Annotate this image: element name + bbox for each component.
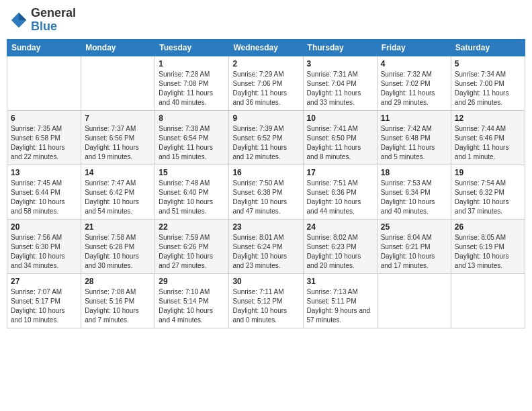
calendar-week-row: 27Sunrise: 7:07 AMSunset: 5:17 PMDayligh… (7, 273, 525, 328)
calendar-cell: 25Sunrise: 8:04 AMSunset: 6:21 PMDayligh… (377, 219, 451, 273)
day-number: 2 (232, 59, 299, 68)
calendar-week-row: 6Sunrise: 7:35 AMSunset: 6:58 PMDaylight… (7, 110, 525, 165)
calendar-cell: 6Sunrise: 7:35 AMSunset: 6:58 PMDaylight… (7, 110, 81, 165)
day-info: Sunrise: 7:10 AMSunset: 5:14 PMDaylight:… (159, 287, 225, 325)
calendar-cell: 17Sunrise: 7:51 AMSunset: 6:36 PMDayligh… (303, 165, 377, 219)
day-info: Sunrise: 7:07 AMSunset: 5:17 PMDaylight:… (11, 287, 77, 325)
day-number: 20 (11, 222, 77, 232)
day-number: 9 (232, 113, 299, 123)
day-number: 24 (307, 222, 373, 232)
day-number: 15 (159, 168, 225, 177)
logo-blue-text: Blue (31, 19, 57, 33)
calendar-cell: 16Sunrise: 7:50 AMSunset: 6:38 PMDayligh… (229, 165, 303, 219)
day-info: Sunrise: 7:39 AMSunset: 6:52 PMDaylight:… (232, 124, 299, 162)
calendar-week-row: 13Sunrise: 7:45 AMSunset: 6:44 PMDayligh… (7, 165, 525, 219)
calendar-cell: 9Sunrise: 7:39 AMSunset: 6:52 PMDaylight… (229, 110, 303, 165)
day-info: Sunrise: 7:34 AMSunset: 7:00 PMDaylight:… (455, 70, 521, 107)
day-number: 29 (159, 277, 225, 286)
day-number: 13 (11, 168, 77, 177)
day-info: Sunrise: 7:44 AMSunset: 6:46 PMDaylight:… (455, 124, 521, 162)
day-number: 3 (307, 59, 373, 68)
day-number: 23 (232, 222, 299, 232)
day-number: 31 (307, 277, 373, 286)
calendar-header-row: SundayMondayTuesdayWednesdayThursdayFrid… (7, 39, 525, 56)
calendar-cell: 24Sunrise: 8:02 AMSunset: 6:23 PMDayligh… (303, 219, 377, 273)
day-number: 14 (85, 168, 151, 177)
svg-marker-1 (19, 13, 26, 20)
day-number: 8 (159, 113, 225, 123)
calendar-cell: 23Sunrise: 8:01 AMSunset: 6:24 PMDayligh… (229, 219, 303, 273)
day-info: Sunrise: 7:53 AMSunset: 6:34 PMDaylight:… (381, 179, 447, 216)
calendar-cell (81, 56, 155, 110)
calendar-cell: 31Sunrise: 7:13 AMSunset: 5:11 PMDayligh… (303, 273, 377, 328)
calendar-header-tuesday: Tuesday (155, 39, 229, 56)
calendar-header-wednesday: Wednesday (229, 39, 303, 56)
day-number: 19 (455, 168, 521, 177)
day-number: 12 (455, 113, 521, 123)
day-number: 30 (232, 277, 299, 286)
day-info: Sunrise: 7:56 AMSunset: 6:30 PMDaylight:… (11, 233, 77, 271)
day-number: 17 (307, 168, 373, 177)
day-info: Sunrise: 7:38 AMSunset: 6:54 PMDaylight:… (159, 124, 225, 162)
day-info: Sunrise: 7:31 AMSunset: 7:04 PMDaylight:… (307, 70, 373, 107)
day-number: 26 (455, 222, 521, 232)
calendar-week-row: 1Sunrise: 7:28 AMSunset: 7:08 PMDaylight… (7, 56, 525, 110)
calendar-cell: 15Sunrise: 7:48 AMSunset: 6:40 PMDayligh… (155, 165, 229, 219)
day-number: 27 (11, 277, 77, 286)
day-info: Sunrise: 7:29 AMSunset: 7:06 PMDaylight:… (232, 70, 299, 107)
calendar-cell: 2Sunrise: 7:29 AMSunset: 7:06 PMDaylight… (229, 56, 303, 110)
day-number: 4 (381, 59, 447, 68)
calendar-cell: 18Sunrise: 7:53 AMSunset: 6:34 PMDayligh… (377, 165, 451, 219)
day-number: 5 (455, 59, 521, 68)
calendar-cell: 29Sunrise: 7:10 AMSunset: 5:14 PMDayligh… (155, 273, 229, 328)
calendar-header-saturday: Saturday (451, 39, 525, 56)
calendar-cell: 19Sunrise: 7:54 AMSunset: 6:32 PMDayligh… (451, 165, 525, 219)
day-info: Sunrise: 7:48 AMSunset: 6:40 PMDaylight:… (159, 179, 225, 216)
day-number: 16 (232, 168, 299, 177)
logo: General Blue (9, 7, 76, 34)
day-info: Sunrise: 7:13 AMSunset: 5:11 PMDaylight:… (307, 287, 373, 325)
calendar-cell (377, 273, 451, 328)
calendar-cell: 22Sunrise: 7:59 AMSunset: 6:26 PMDayligh… (155, 219, 229, 273)
day-info: Sunrise: 7:32 AMSunset: 7:02 PMDaylight:… (381, 70, 447, 107)
calendar-cell: 10Sunrise: 7:41 AMSunset: 6:50 PMDayligh… (303, 110, 377, 165)
calendar-cell (451, 273, 525, 328)
day-info: Sunrise: 7:47 AMSunset: 6:42 PMDaylight:… (85, 179, 151, 216)
calendar-header-thursday: Thursday (303, 39, 377, 56)
day-info: Sunrise: 7:11 AMSunset: 5:12 PMDaylight:… (232, 287, 299, 325)
calendar-cell: 8Sunrise: 7:38 AMSunset: 6:54 PMDaylight… (155, 110, 229, 165)
day-info: Sunrise: 7:35 AMSunset: 6:58 PMDaylight:… (11, 124, 77, 162)
logo-icon (9, 11, 28, 30)
page-header: General Blue (7, 7, 525, 34)
calendar-header-monday: Monday (81, 39, 155, 56)
day-info: Sunrise: 7:50 AMSunset: 6:38 PMDaylight:… (232, 179, 299, 216)
day-info: Sunrise: 8:02 AMSunset: 6:23 PMDaylight:… (307, 233, 373, 271)
calendar-cell: 30Sunrise: 7:11 AMSunset: 5:12 PMDayligh… (229, 273, 303, 328)
day-number: 11 (381, 113, 447, 123)
day-info: Sunrise: 8:01 AMSunset: 6:24 PMDaylight:… (232, 233, 299, 271)
day-number: 21 (85, 222, 151, 232)
day-number: 22 (159, 222, 225, 232)
day-number: 25 (381, 222, 447, 232)
day-info: Sunrise: 7:54 AMSunset: 6:32 PMDaylight:… (455, 179, 521, 216)
calendar-cell: 1Sunrise: 7:28 AMSunset: 7:08 PMDaylight… (155, 56, 229, 110)
day-number: 1 (159, 59, 225, 68)
calendar-cell: 7Sunrise: 7:37 AMSunset: 6:56 PMDaylight… (81, 110, 155, 165)
calendar-cell (7, 56, 81, 110)
day-info: Sunrise: 7:28 AMSunset: 7:08 PMDaylight:… (159, 70, 225, 107)
calendar-table: SundayMondayTuesdayWednesdayThursdayFrid… (7, 39, 525, 328)
day-number: 18 (381, 168, 447, 177)
day-info: Sunrise: 7:51 AMSunset: 6:36 PMDaylight:… (307, 179, 373, 216)
calendar-header-friday: Friday (377, 39, 451, 56)
calendar-cell: 11Sunrise: 7:42 AMSunset: 6:48 PMDayligh… (377, 110, 451, 165)
calendar-cell: 21Sunrise: 7:58 AMSunset: 6:28 PMDayligh… (81, 219, 155, 273)
calendar-cell: 12Sunrise: 7:44 AMSunset: 6:46 PMDayligh… (451, 110, 525, 165)
calendar-header-sunday: Sunday (7, 39, 81, 56)
calendar-cell: 5Sunrise: 7:34 AMSunset: 7:00 PMDaylight… (451, 56, 525, 110)
day-number: 28 (85, 277, 151, 286)
day-info: Sunrise: 7:42 AMSunset: 6:48 PMDaylight:… (381, 124, 447, 162)
calendar-cell: 20Sunrise: 7:56 AMSunset: 6:30 PMDayligh… (7, 219, 81, 273)
calendar-cell: 14Sunrise: 7:47 AMSunset: 6:42 PMDayligh… (81, 165, 155, 219)
day-info: Sunrise: 7:45 AMSunset: 6:44 PMDaylight:… (11, 179, 77, 216)
day-number: 7 (85, 113, 151, 123)
